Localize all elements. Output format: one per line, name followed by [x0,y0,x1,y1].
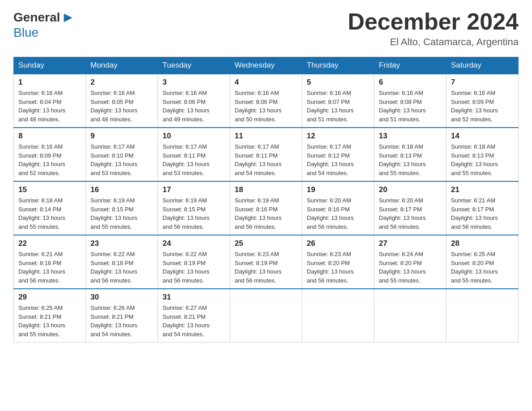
calendar-cell: 17 Sunrise: 6:19 AMSunset: 8:15 PMDaylig… [158,181,230,235]
day-number: 2 [90,78,153,87]
day-number: 28 [451,239,514,248]
day-number: 18 [235,185,297,194]
day-number: 15 [18,185,81,194]
col-header-sunday: Sunday [14,57,86,74]
calendar-week-row: 22 Sunrise: 6:21 AMSunset: 8:18 PMDaylig… [14,235,519,289]
day-info: Sunrise: 6:16 AMSunset: 8:09 PMDaylight:… [18,142,81,177]
calendar-cell: 18 Sunrise: 6:19 AMSunset: 8:16 PMDaylig… [230,181,302,235]
day-number: 4 [235,78,297,87]
calendar-cell: 1 Sunrise: 6:16 AMSunset: 8:04 PMDayligh… [14,74,86,128]
calendar-cell: 26 Sunrise: 6:23 AMSunset: 8:20 PMDaylig… [302,235,374,289]
calendar-cell: 31 Sunrise: 6:27 AMSunset: 8:21 PMDaylig… [158,289,230,342]
calendar-cell: 3 Sunrise: 6:16 AMSunset: 8:06 PMDayligh… [158,74,230,128]
day-number: 5 [307,78,369,87]
day-number: 21 [451,185,514,194]
day-number: 6 [379,78,442,87]
col-header-friday: Friday [374,57,446,74]
day-info: Sunrise: 6:17 AMSunset: 8:11 PMDaylight:… [235,142,297,177]
calendar-cell: 8 Sunrise: 6:16 AMSunset: 8:09 PMDayligh… [14,128,86,181]
day-number: 29 [18,293,81,302]
calendar-cell: 24 Sunrise: 6:22 AMSunset: 8:19 PMDaylig… [158,235,230,289]
calendar-week-row: 15 Sunrise: 6:18 AMSunset: 8:14 PMDaylig… [14,181,519,235]
calendar-cell: 5 Sunrise: 6:16 AMSunset: 8:07 PMDayligh… [302,74,374,128]
calendar-cell: 25 Sunrise: 6:23 AMSunset: 8:19 PMDaylig… [230,235,302,289]
day-info: Sunrise: 6:23 AMSunset: 8:19 PMDaylight:… [235,250,297,285]
day-number: 20 [379,185,442,194]
calendar-cell: 19 Sunrise: 6:20 AMSunset: 8:16 PMDaylig… [302,181,374,235]
month-title: December 2024 [348,9,519,34]
day-number: 23 [90,239,153,248]
calendar-cell [374,289,446,342]
day-number: 9 [90,132,153,141]
day-info: Sunrise: 6:24 AMSunset: 8:20 PMDaylight:… [379,250,442,285]
calendar-cell: 10 Sunrise: 6:17 AMSunset: 8:11 PMDaylig… [158,128,230,181]
day-info: Sunrise: 6:19 AMSunset: 8:16 PMDaylight:… [235,196,297,231]
logo: General ► Blue [13,9,76,40]
calendar-cell: 13 Sunrise: 6:18 AMSunset: 8:13 PMDaylig… [374,128,446,181]
day-info: Sunrise: 6:16 AMSunset: 8:04 PMDaylight:… [18,89,81,124]
day-info: Sunrise: 6:21 AMSunset: 8:18 PMDaylight:… [18,250,81,285]
day-number: 16 [90,185,153,194]
col-header-saturday: Saturday [446,57,519,74]
calendar-cell [446,289,519,342]
day-info: Sunrise: 6:27 AMSunset: 8:21 PMDaylight:… [163,304,225,338]
location-text: El Alto, Catamarca, Argentina [348,36,519,48]
day-number: 30 [90,293,153,302]
day-info: Sunrise: 6:16 AMSunset: 8:08 PMDaylight:… [379,89,442,124]
day-info: Sunrise: 6:26 AMSunset: 8:21 PMDaylight:… [90,304,153,338]
day-number: 26 [307,239,369,248]
calendar-header-row: SundayMondayTuesdayWednesdayThursdayFrid… [14,57,519,74]
calendar-cell: 20 Sunrise: 6:20 AMSunset: 8:17 PMDaylig… [374,181,446,235]
col-header-thursday: Thursday [302,57,374,74]
calendar-cell: 14 Sunrise: 6:18 AMSunset: 8:13 PMDaylig… [446,128,519,181]
calendar-week-row: 1 Sunrise: 6:16 AMSunset: 8:04 PMDayligh… [14,74,519,128]
logo-general-text: General [13,10,60,25]
day-info: Sunrise: 6:16 AMSunset: 8:07 PMDaylight:… [307,89,369,124]
day-info: Sunrise: 6:20 AMSunset: 8:17 PMDaylight:… [379,196,442,231]
day-info: Sunrise: 6:19 AMSunset: 8:15 PMDaylight:… [90,196,153,231]
day-info: Sunrise: 6:22 AMSunset: 8:19 PMDaylight:… [163,250,225,285]
calendar-table: SundayMondayTuesdayWednesdayThursdayFrid… [13,57,519,342]
day-number: 3 [163,78,225,87]
day-number: 12 [307,132,369,141]
header-right: December 2024 El Alto, Catamarca, Argent… [348,9,519,48]
day-info: Sunrise: 6:18 AMSunset: 8:13 PMDaylight:… [379,142,442,177]
calendar-cell: 23 Sunrise: 6:22 AMSunset: 8:18 PMDaylig… [86,235,158,289]
day-number: 24 [163,239,225,248]
day-info: Sunrise: 6:17 AMSunset: 8:12 PMDaylight:… [307,142,369,177]
day-info: Sunrise: 6:25 AMSunset: 8:21 PMDaylight:… [18,304,81,338]
day-info: Sunrise: 6:22 AMSunset: 8:18 PMDaylight:… [90,250,153,285]
logo-blue-text: Blue [13,26,39,40]
day-number: 13 [379,132,442,141]
day-number: 31 [163,293,225,302]
day-number: 25 [235,239,297,248]
day-info: Sunrise: 6:21 AMSunset: 8:17 PMDaylight:… [451,196,514,231]
day-info: Sunrise: 6:16 AMSunset: 8:09 PMDaylight:… [451,89,514,124]
page-header: General ► Blue December 2024 El Alto, Ca… [13,9,519,48]
logo-arrow-icon: ► [61,9,75,26]
day-number: 10 [163,132,225,141]
calendar-cell: 15 Sunrise: 6:18 AMSunset: 8:14 PMDaylig… [14,181,86,235]
calendar-cell: 2 Sunrise: 6:16 AMSunset: 8:05 PMDayligh… [86,74,158,128]
day-number: 22 [18,239,81,248]
calendar-cell: 4 Sunrise: 6:16 AMSunset: 8:06 PMDayligh… [230,74,302,128]
day-info: Sunrise: 6:19 AMSunset: 8:15 PMDaylight:… [163,196,225,231]
day-info: Sunrise: 6:23 AMSunset: 8:20 PMDaylight:… [307,250,369,285]
day-number: 14 [451,132,514,141]
calendar-cell: 12 Sunrise: 6:17 AMSunset: 8:12 PMDaylig… [302,128,374,181]
calendar-cell: 9 Sunrise: 6:17 AMSunset: 8:10 PMDayligh… [86,128,158,181]
day-info: Sunrise: 6:17 AMSunset: 8:11 PMDaylight:… [163,142,225,177]
calendar-cell: 7 Sunrise: 6:16 AMSunset: 8:09 PMDayligh… [446,74,519,128]
day-number: 17 [163,185,225,194]
calendar-cell: 16 Sunrise: 6:19 AMSunset: 8:15 PMDaylig… [86,181,158,235]
col-header-monday: Monday [86,57,158,74]
calendar-cell [302,289,374,342]
day-info: Sunrise: 6:20 AMSunset: 8:16 PMDaylight:… [307,196,369,231]
day-info: Sunrise: 6:17 AMSunset: 8:10 PMDaylight:… [90,142,153,177]
day-info: Sunrise: 6:25 AMSunset: 8:20 PMDaylight:… [451,250,514,285]
day-number: 7 [451,78,514,87]
calendar-cell: 22 Sunrise: 6:21 AMSunset: 8:18 PMDaylig… [14,235,86,289]
calendar-cell [230,289,302,342]
calendar-week-row: 8 Sunrise: 6:16 AMSunset: 8:09 PMDayligh… [14,128,519,181]
day-number: 27 [379,239,442,248]
